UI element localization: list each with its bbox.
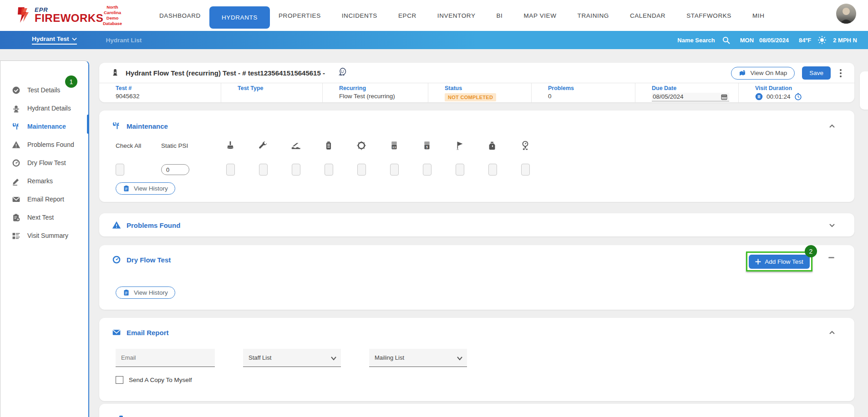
sidebar-item-label: Problems Found [27, 141, 74, 148]
nav-tab-epcr[interactable]: EPCR [398, 12, 416, 19]
chevron-down-icon [331, 356, 336, 361]
hydrant-icon [111, 67, 119, 78]
callout-box-add-flow-test: Add Flow Test [746, 251, 812, 271]
due-date-input[interactable]: 08/05/2024 [652, 93, 729, 101]
maintenance-icon [112, 121, 121, 131]
wind-label: 2 MPH N [833, 37, 857, 44]
maintenance-view-history-button[interactable]: View History [116, 182, 175, 195]
nav-tab-properties[interactable]: PROPERTIES [279, 12, 321, 19]
module-selector[interactable]: Hydrant Test [32, 35, 77, 45]
nav-tab-map-view[interactable]: MAP VIEW [523, 12, 556, 19]
nav-tab-training[interactable]: TRAINING [578, 12, 609, 19]
search-icon[interactable] [722, 36, 730, 44]
add-flow-test-label: Add Flow Test [765, 258, 803, 265]
clipboard-plus-icon [11, 213, 20, 222]
callout-step-2-badge: 2 [805, 245, 817, 257]
mailing-list-select[interactable]: Mailing List [369, 349, 467, 367]
pause-icon[interactable] [755, 93, 763, 100]
collapse-chevron-up-icon[interactable] [829, 123, 835, 130]
more-options-kebab-icon[interactable] [838, 68, 843, 78]
envelope-icon [112, 328, 121, 337]
sidebar-item-label: Visit Summary [27, 232, 68, 239]
dry-flow-view-history-button[interactable]: View History [116, 286, 175, 299]
expand-chevron-down-icon[interactable] [829, 222, 835, 228]
maintenance-checkbox-brush[interactable] [226, 164, 235, 176]
maintenance-checkbox-water[interactable] [292, 164, 300, 176]
info-due-date: Due Date 08/05/2024 [635, 83, 739, 102]
sidebar-item-problems-found[interactable]: Problems Found [0, 136, 88, 154]
maintenance-checkbox-gear[interactable] [357, 164, 366, 176]
send-copy-label: Send A Copy To Myself [129, 377, 192, 383]
next-section-card [99, 404, 854, 417]
sidebar-item-next-test[interactable]: Next Test [0, 208, 88, 226]
nav-tab-incidents[interactable]: INCIDENTS [342, 12, 377, 19]
send-copy-checkbox[interactable] [116, 376, 123, 384]
maintenance-checkbox-oil[interactable] [488, 164, 497, 176]
email-input[interactable] [116, 349, 215, 367]
maintenance-checkbox-wrench[interactable] [259, 164, 268, 176]
test-info-row: Test # 9045632 Test Type Recurring Flow … [99, 83, 854, 102]
stopwatch-icon [794, 93, 802, 100]
gear-icon [356, 139, 366, 152]
collapse-chevron-up-icon[interactable] [829, 330, 835, 336]
check-all-checkbox[interactable] [116, 164, 124, 176]
view-history-label: View History [134, 185, 168, 192]
user-avatar[interactable] [836, 4, 856, 24]
sidebar-item-label: Hydrant Details [27, 105, 71, 112]
maintenance-grid: Check All Static PSI [116, 139, 854, 176]
save-button[interactable]: Save [802, 66, 831, 80]
nav-tab-bi[interactable]: BI [497, 12, 503, 19]
nav-tab-calendar[interactable]: CALENDAR [630, 12, 665, 19]
sidebar-item-visit-summary[interactable]: Visit Summary [0, 226, 88, 245]
info-test-number: Test # 9045632 [99, 83, 221, 102]
maintenance-checkbox-gauge[interactable] [521, 164, 530, 176]
oil-jug-icon [487, 139, 497, 152]
maintenance-checkbox-battery[interactable] [325, 164, 333, 176]
sidebar-item-maintenance[interactable]: Maintenance [0, 117, 88, 136]
sidebar-item-hydrant-details[interactable]: Hydrant Details [0, 99, 88, 117]
warning-icon [112, 221, 121, 230]
summary-list-icon [11, 231, 20, 240]
waze-icon[interactable] [338, 67, 347, 78]
static-psi-label: Static PSI [161, 139, 188, 152]
svg-text:2.5: 2.5 [392, 146, 396, 149]
view-on-map-button[interactable]: View On Map [731, 67, 795, 80]
module-selector-label: Hydrant Test [32, 35, 69, 42]
maintenance-checkbox-cap-5[interactable] [423, 164, 431, 176]
hydrant-icon [11, 104, 20, 113]
static-psi-input[interactable] [161, 164, 189, 175]
sidebar-item-dry-flow-test[interactable]: Dry Flow Test [0, 154, 88, 172]
hydrant-list-link[interactable]: Hydrant List [106, 37, 142, 44]
nav-tab-mih[interactable]: MIH [752, 12, 765, 19]
wrench-icon [258, 139, 268, 152]
calendar-icon[interactable] [721, 94, 727, 100]
staff-list-select[interactable]: Staff List [243, 349, 341, 367]
test-sidebar: Test Details Hydrant Details Maintenance… [0, 60, 89, 417]
nav-tab-dashboard[interactable]: DASHBOARD [159, 12, 201, 19]
nav-tab-inventory[interactable]: INVENTORY [437, 12, 476, 19]
collapse-minus-icon[interactable] [828, 257, 834, 258]
nav-tab-hydrants[interactable]: HYDRANTS [209, 6, 270, 29]
pencil-icon [11, 176, 20, 186]
view-on-map-label: View On Map [750, 70, 787, 76]
main-nav: DASHBOARD HYDRANTS PROPERTIES INCIDENTS … [159, 0, 765, 31]
staff-list-value: Staff List [243, 349, 341, 367]
add-flow-test-button[interactable]: Add Flow Test [749, 255, 810, 269]
maintenance-icon [11, 122, 20, 131]
nav-tab-staffworks[interactable]: STAFFWORKS [686, 12, 731, 19]
sidebar-item-label: Remarks [27, 177, 53, 185]
sidebar-item-email-report[interactable]: Email Report [0, 190, 88, 208]
maintenance-checkbox-cap-2-5[interactable] [390, 164, 399, 176]
envelope-icon [11, 195, 20, 204]
clipboard-icon [123, 289, 130, 296]
maintenance-checkbox-flag[interactable] [456, 164, 464, 176]
sidebar-item-label: Next Test [27, 214, 54, 221]
email-report-card: Email Report Staff List Mailing List Sen… [99, 318, 854, 401]
sidebar-item-remarks[interactable]: Remarks [0, 172, 88, 190]
gauge-stand-icon [520, 139, 530, 152]
name-search[interactable]: Name Search [677, 36, 730, 44]
app-logo[interactable]: EPR FIREWORKS [15, 5, 103, 24]
mailing-list-value: Mailing List [369, 349, 467, 367]
environment-label: NorthCarolina DemoDatabase [96, 5, 128, 26]
cap-2.5-icon: 2.5 [389, 139, 399, 152]
